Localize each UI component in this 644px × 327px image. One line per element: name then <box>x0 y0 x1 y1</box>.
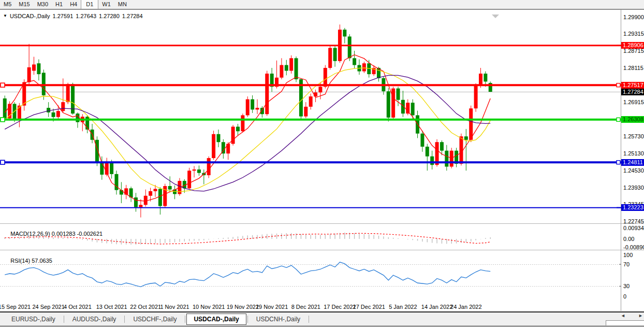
current-price-badge: 1.27284 <box>621 89 644 95</box>
tab-separator <box>64 316 64 323</box>
candle <box>37 63 40 74</box>
candle <box>32 64 36 70</box>
candle <box>187 170 191 188</box>
candle <box>304 107 308 117</box>
level-left-marker <box>1 160 5 164</box>
candle <box>464 136 468 140</box>
price-axis-label: 1.26915 <box>623 99 644 105</box>
chart-tab-bar: EURUSD-,DailyAUDUSD-,DailyUSDCHF-,DailyU… <box>0 311 644 325</box>
candle <box>397 89 400 100</box>
candle <box>3 98 7 119</box>
price-badge-1.23223: 1.23223 <box>621 204 644 211</box>
rsi-line <box>5 262 490 287</box>
candle <box>426 147 429 157</box>
candle <box>280 65 283 78</box>
candle <box>236 126 240 131</box>
candle <box>295 58 298 79</box>
candle <box>149 191 152 196</box>
macd-scale-label: -0.008902 <box>623 244 644 250</box>
candle <box>265 74 269 114</box>
tab-separator <box>247 316 248 323</box>
candle <box>154 189 157 191</box>
tab-separator <box>309 316 309 323</box>
macd-scale-label: 0.00 <box>623 236 634 242</box>
candle <box>333 48 337 61</box>
chart-tab-USDCAD[interactable]: USDCAD-,Daily <box>186 314 246 325</box>
candle <box>391 89 395 118</box>
price-axis-label: 1.29315 <box>623 31 644 37</box>
candle <box>289 58 293 70</box>
candle <box>134 197 138 207</box>
candle <box>343 30 346 36</box>
level-right-marker <box>617 161 620 164</box>
candle <box>56 111 60 117</box>
candle <box>285 65 288 71</box>
x-axis-label: 24 Jan 2022 <box>445 304 487 310</box>
candle <box>420 134 424 147</box>
mt4-chart-window: M5M15M30H1H4D1W1MN ▼ USDCAD-,Daily 1.275… <box>0 0 644 327</box>
candle <box>411 103 415 115</box>
candle <box>193 169 196 170</box>
price-axis-label: 1.22745 <box>623 218 644 224</box>
candle <box>27 67 31 82</box>
candlesticks <box>3 24 492 217</box>
level-left-marker <box>1 118 5 122</box>
candle <box>362 63 366 71</box>
chart-tab-AUDUSD[interactable]: AUDUSD-,Daily <box>65 314 124 325</box>
price-axis-label: 1.24530 <box>623 167 644 174</box>
candle <box>241 115 244 131</box>
price-axis-label: 1.23930 <box>623 184 644 191</box>
chart-tab-EURUSD[interactable]: EURUSD-,Daily <box>4 314 63 325</box>
chart-tab-USDCNH[interactable]: USDCNH-,Daily <box>249 314 308 325</box>
chart-canvas[interactable] <box>0 0 644 327</box>
candle <box>440 142 444 151</box>
tab-separator <box>124 316 125 323</box>
candle <box>66 84 70 102</box>
scroll-left-arrow[interactable]: ◄ <box>621 313 625 318</box>
candle <box>256 108 259 109</box>
candle <box>445 151 448 167</box>
candle <box>406 103 409 113</box>
candle <box>309 96 313 107</box>
candle <box>353 58 356 65</box>
candle <box>52 112 55 117</box>
chart-shift-marker-icon <box>492 15 499 18</box>
price-badge-1.27517: 1.27517 <box>621 82 644 89</box>
level-right-marker <box>617 83 620 87</box>
candle <box>246 99 250 116</box>
price-axis-label: 1.28115 <box>623 65 644 71</box>
candle <box>459 136 463 164</box>
candle <box>324 68 327 87</box>
candle <box>479 74 482 86</box>
candle <box>144 196 148 205</box>
candle <box>216 134 220 142</box>
candle <box>168 186 172 190</box>
candle <box>469 108 473 140</box>
candle <box>76 113 79 122</box>
level-right-marker <box>617 118 620 121</box>
chart-tab-USDCHF[interactable]: USDCHF-,Daily <box>126 314 184 325</box>
candle <box>47 108 50 112</box>
candle <box>207 158 211 175</box>
rsi-scale-label: 100 <box>623 252 633 258</box>
candle <box>13 104 17 120</box>
price-axis-label: 1.29900 <box>623 14 644 20</box>
candle <box>387 91 390 118</box>
candle <box>110 162 113 174</box>
tab-separator <box>185 316 185 323</box>
macd-scale-label: 0.009345 <box>623 225 644 231</box>
scroll-right-arrow[interactable]: ► <box>638 313 643 318</box>
price-axis-label: 1.25730 <box>623 133 644 139</box>
candle <box>139 205 142 207</box>
candle <box>474 86 478 108</box>
candle <box>197 169 201 173</box>
rsi-scale-label: 70 <box>623 261 630 267</box>
level-left-marker <box>1 83 5 87</box>
candle <box>328 48 332 68</box>
price-badge-1.28906: 1.28906 <box>621 42 644 49</box>
price-badge-1.26308: 1.26308 <box>621 116 644 123</box>
candle <box>430 157 434 165</box>
candle <box>61 102 65 111</box>
candle <box>260 108 264 114</box>
candle <box>318 87 322 92</box>
